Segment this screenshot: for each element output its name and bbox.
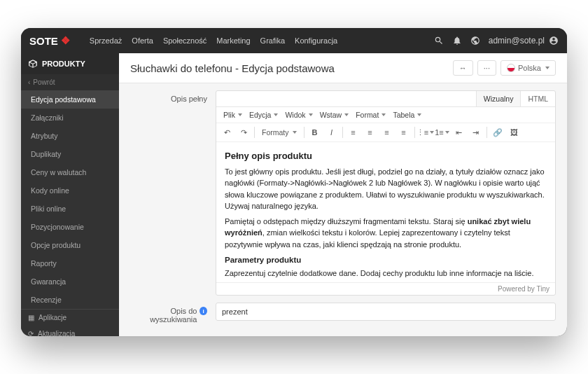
sidebar-item-reports[interactable]: Raporty xyxy=(21,254,119,272)
search-desc-input[interactable] xyxy=(216,303,556,321)
align-left-icon[interactable]: ≡ xyxy=(346,125,361,139)
sidebar-item-currency-prices[interactable]: Ceny w walutach xyxy=(21,163,119,181)
menu-file[interactable]: Plik xyxy=(220,109,245,120)
number-list-icon[interactable]: 1≡ xyxy=(435,125,450,139)
sidebar-item-basic-edit[interactable]: Edycja podstawowa xyxy=(21,90,119,109)
undo-icon[interactable]: ↶ xyxy=(219,125,234,139)
align-right-icon[interactable]: ≡ xyxy=(379,125,395,139)
redo-icon[interactable]: ↷ xyxy=(236,125,251,139)
nav-offer[interactable]: Oferta xyxy=(132,36,153,45)
top-nav: Sprzedaż Oferta Społeczność Marketing Gr… xyxy=(90,36,434,45)
outdent-icon[interactable]: ⇤ xyxy=(451,125,467,139)
indent-icon[interactable]: ⇥ xyxy=(468,125,484,139)
brand-mark-icon: ❖ xyxy=(61,34,70,47)
italic-icon[interactable]: I xyxy=(324,125,340,139)
menu-insert[interactable]: Wstaw xyxy=(317,109,352,120)
bullet-list-icon[interactable]: ⋮≡ xyxy=(418,125,433,139)
search-icon[interactable] xyxy=(434,36,444,46)
label-search-desc: Opis do wyszukiwania i xyxy=(130,303,207,324)
editor-toolbar: ↶ ↷ Formaty B I ≡ ≡ ≡ xyxy=(216,123,555,142)
content-subheading: Parametry produktu xyxy=(225,254,547,266)
notifications-icon[interactable] xyxy=(452,36,462,46)
content-p2: Pamiętaj o odstępach między dłuższymi fr… xyxy=(225,216,547,251)
sidebar-item-product-options[interactable]: Opcje produktu xyxy=(21,236,119,254)
label-full-desc: Opis pełny xyxy=(130,90,207,296)
sidebar-item-reviews[interactable]: Recenzje xyxy=(21,291,119,309)
content-p3: Zaprezentuj czytelnie dodatkowe dane. Do… xyxy=(225,268,547,279)
sidebar-item-attachments[interactable]: Załączniki xyxy=(21,109,119,127)
sidebar-item-files-online[interactable]: Pliki online xyxy=(21,200,119,218)
cube-icon xyxy=(28,59,38,69)
refresh-icon: ⟳ xyxy=(28,330,34,336)
tab-visual[interactable]: Wizualny xyxy=(476,91,521,106)
menu-view[interactable]: Widok xyxy=(282,109,315,120)
rich-text-editor: Wizualny HTML Plik Edycja Widok Wstaw Fo… xyxy=(216,90,556,296)
brand-logo[interactable]: SOTE ❖ xyxy=(29,34,70,47)
flag-poland-icon xyxy=(507,64,515,72)
move-button[interactable]: ↔ xyxy=(453,60,473,76)
bold-icon[interactable]: B xyxy=(307,125,323,139)
tab-html[interactable]: HTML xyxy=(520,91,555,106)
image-icon[interactable]: 🖼 xyxy=(507,125,522,139)
sidebar-item-warranty[interactable]: Gwarancja xyxy=(21,272,119,291)
sidebar-update[interactable]: ⟳Aktualizacja xyxy=(21,326,119,336)
content-p1: To jest główny opis produktu. Jeśli jest… xyxy=(225,166,547,212)
sidebar: PRODUKTY ‹ Powrót Edycja podstawowa Załą… xyxy=(21,53,119,336)
editor-powered-by: Powered by Tiny xyxy=(216,282,555,295)
globe-icon[interactable] xyxy=(470,36,480,46)
sidebar-heading[interactable]: PRODUKTY xyxy=(21,53,119,74)
content-heading: Pełny opis produktu xyxy=(225,149,547,163)
user-email: admin@sote.pl xyxy=(489,36,545,46)
editor-content[interactable]: Pełny opis produktu To jest główny opis … xyxy=(216,142,555,282)
locale-selector[interactable]: Polska xyxy=(500,60,556,76)
more-button[interactable]: ··· xyxy=(477,60,496,76)
nav-marketing[interactable]: Marketing xyxy=(216,36,250,45)
nav-sales[interactable]: Sprzedaż xyxy=(90,36,122,45)
menu-edit[interactable]: Edycja xyxy=(246,109,281,120)
align-justify-icon[interactable]: ≡ xyxy=(396,125,412,139)
info-icon[interactable]: i xyxy=(200,307,207,315)
formats-select[interactable]: Formaty xyxy=(258,127,301,138)
sidebar-item-attributes[interactable]: Atrybuty xyxy=(21,127,119,145)
page-title: Słuchawki do telefonu - Edycja podstawow… xyxy=(130,62,453,74)
sidebar-item-positioning[interactable]: Pozycjonowanie xyxy=(21,218,119,236)
link-icon[interactable]: 🔗 xyxy=(490,125,505,139)
editor-menubar: Plik Edycja Widok Wstaw Format Tabela xyxy=(216,107,555,123)
nav-community[interactable]: Społeczność xyxy=(163,36,206,45)
menu-format[interactable]: Format xyxy=(353,109,388,120)
align-center-icon[interactable]: ≡ xyxy=(363,125,378,139)
sidebar-item-duplicates[interactable]: Duplikaty xyxy=(21,145,119,163)
sidebar-back[interactable]: ‹ Powrót xyxy=(21,74,119,90)
nav-config[interactable]: Konfiguracja xyxy=(295,36,337,45)
chevron-left-icon: ‹ xyxy=(28,78,30,86)
nav-graphics[interactable]: Grafika xyxy=(260,36,285,45)
grid-icon: ▦ xyxy=(28,314,34,321)
user-avatar-icon xyxy=(549,36,559,46)
brand-text: SOTE xyxy=(29,35,58,47)
menu-table[interactable]: Tabela xyxy=(390,109,424,120)
sidebar-apps[interactable]: ▦Aplikacje xyxy=(21,310,119,326)
sidebar-item-codes-online[interactable]: Kody online xyxy=(21,181,119,200)
user-menu[interactable]: admin@sote.pl xyxy=(489,36,559,46)
